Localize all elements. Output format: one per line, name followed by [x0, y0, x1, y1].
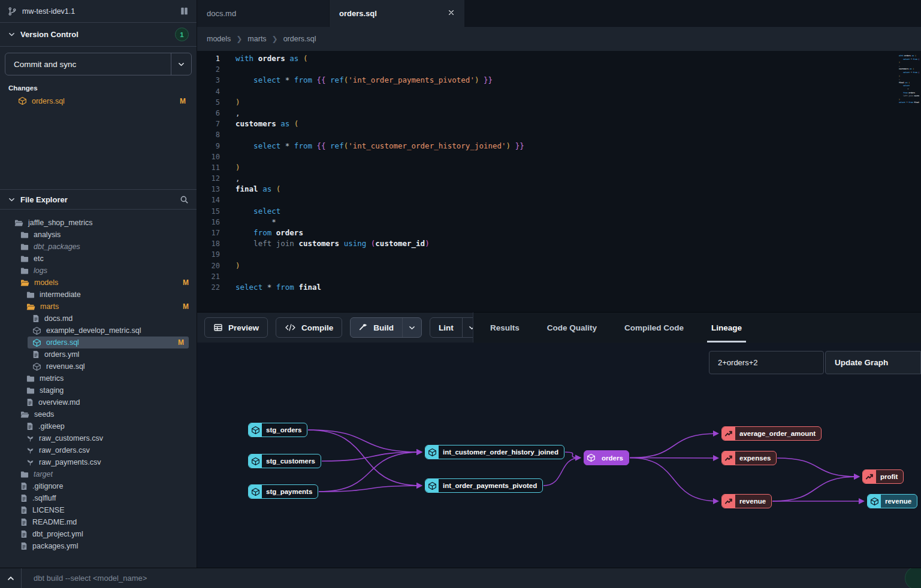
search-icon[interactable] [180, 195, 189, 204]
node-stg-orders[interactable]: stg_orders [248, 423, 307, 437]
hammer-icon [359, 323, 368, 332]
changed-file-row[interactable]: orders.sql M [5, 95, 192, 107]
code-line[interactable]: 12, [197, 174, 921, 184]
tree-item-etc[interactable]: etc [0, 253, 197, 265]
button-main[interactable]: Preview [205, 318, 267, 337]
build-dropdown-button[interactable] [402, 318, 421, 337]
tree-item-raw-customers-csv[interactable]: raw_customers.csv [0, 432, 197, 444]
assistant-button[interactable] [905, 568, 921, 588]
tree-item-logs[interactable]: logs [0, 265, 197, 277]
node-int-order-payments-pivoted[interactable]: int_order_payments_pivoted [425, 478, 543, 493]
minimap[interactable]: with orders as ( select * from {{ ref('i… [899, 54, 919, 105]
node-int-customer-order-history-joined[interactable]: int_customer_order_history_joined [425, 445, 564, 459]
tree-item-raw-payments-csv[interactable]: raw_payments.csv [0, 456, 197, 468]
tree-item-label: orders.yml [44, 350, 79, 359]
code-line[interactable]: 21 [197, 272, 921, 283]
tree-item-sqlfluff[interactable]: .sqlfluff [0, 492, 197, 504]
code-line[interactable]: 9 select * from {{ ref('int_customer_ord… [197, 141, 921, 152]
tree-item-staging[interactable]: staging [0, 384, 197, 396]
node-profit[interactable]: profit [862, 469, 904, 484]
tree-item-jaffle-shop-metrics[interactable]: jaffle_shop_metrics [0, 217, 197, 229]
breadcrumb-item[interactable]: orders.sql [283, 35, 316, 43]
tree-item-intermediate[interactable]: intermediate [0, 289, 197, 301]
line-number: 14 [197, 195, 220, 206]
tree-item-gitkeep[interactable]: .gitkeep [0, 420, 197, 432]
tab-compiled-code[interactable]: Compiled Code [624, 313, 684, 343]
commit-and-sync-button[interactable]: Commit and sync [5, 53, 192, 75]
commit-and-sync-label[interactable]: Commit and sync [5, 53, 171, 75]
tree-item-dbt-project-yml[interactable]: dbt_project.yml [0, 528, 197, 540]
tab-docs-md[interactable]: docs.md [197, 0, 330, 27]
tree-item-metrics[interactable]: metrics [0, 372, 197, 384]
code-line[interactable]: 2 [197, 65, 921, 75]
code-line[interactable]: 13final as ( [197, 184, 921, 195]
code-line[interactable]: 3 select * from {{ ref('int_order_paymen… [197, 75, 921, 86]
code-line[interactable]: 18 left join customers using (customer_i… [197, 239, 921, 250]
code-line[interactable]: 20) [197, 261, 921, 272]
code-line[interactable]: 5) [197, 98, 921, 108]
code-line[interactable]: 11) [197, 163, 921, 174]
file-icon [32, 314, 40, 323]
tab-orders-sql[interactable]: orders.sql [330, 0, 465, 27]
breadcrumb-item[interactable]: marts [247, 35, 266, 43]
code-line[interactable]: 7customers as ( [197, 119, 921, 130]
tree-item-models[interactable]: modelsM [0, 277, 197, 289]
code-line[interactable]: 6, [197, 108, 921, 119]
command-input[interactable]: dbt build --select <model_name> [22, 574, 147, 583]
docs-columns-icon[interactable] [180, 7, 189, 16]
tab-code-quality[interactable]: Code Quality [547, 313, 597, 343]
tree-item-label: analysis [34, 231, 61, 239]
node-expenses[interactable]: expenses [721, 451, 777, 465]
build-button[interactable]: Build [350, 317, 422, 338]
button-main[interactable]: Lint [430, 318, 462, 337]
node-revenue-model[interactable]: revenue [867, 494, 917, 508]
code-line[interactable]: 15 select [197, 207, 921, 217]
breadcrumb-item[interactable]: models [207, 35, 231, 43]
code-line[interactable]: 19 [197, 250, 921, 260]
update-graph-button[interactable]: Update Graph [825, 351, 921, 374]
close-icon[interactable] [448, 9, 455, 18]
code-line[interactable]: 4 [197, 87, 921, 98]
expand-panel-button[interactable] [0, 568, 22, 588]
commit-dropdown-button[interactable] [171, 53, 191, 75]
preview-button[interactable]: Preview [204, 317, 268, 338]
tree-item-seeds[interactable]: seeds [0, 408, 197, 420]
button-main[interactable]: Compile [276, 318, 342, 337]
code-line[interactable]: 10 [197, 152, 921, 163]
code-line[interactable]: 1with orders as ( [197, 54, 921, 65]
tree-item-dbt-packages[interactable]: dbt_packages [0, 241, 197, 253]
tab-lineage[interactable]: Lineage [711, 313, 742, 343]
tree-item-orders-yml[interactable]: orders.yml [0, 348, 197, 360]
tree-item-readme-md[interactable]: README.md [0, 516, 197, 528]
tree-item-revenue-sql[interactable]: revenue.sql [0, 360, 197, 372]
code-line[interactable]: 17 from orders [197, 228, 921, 239]
node-orders[interactable]: orders [584, 450, 629, 465]
tree-item-marts[interactable]: martsM [0, 301, 197, 313]
tree-item-docs-md[interactable]: docs.md [0, 313, 197, 325]
tree-item-target[interactable]: target [0, 468, 197, 480]
tree-item-license[interactable]: LICENSE [0, 504, 197, 516]
node-stg-payments[interactable]: stg_payments [248, 484, 318, 499]
tree-item-example-develop-metric-sql[interactable]: example_develop_metric.sql [0, 325, 197, 337]
file-explorer-header[interactable]: File Explorer [0, 189, 197, 210]
code-line[interactable]: 8 [197, 130, 921, 141]
node-stg-customers[interactable]: stg_customers [248, 454, 321, 468]
node-revenue-metric[interactable]: revenue [721, 494, 772, 508]
lineage-selector-input[interactable] [709, 351, 824, 374]
compile-button[interactable]: Compile [276, 317, 342, 338]
tree-item-raw-orders-csv[interactable]: raw_orders.csv [0, 444, 197, 456]
tree-item-overview-md[interactable]: overview.md [0, 396, 197, 408]
code-line[interactable]: 16 * [197, 217, 921, 228]
tab-results[interactable]: Results [490, 313, 520, 343]
version-control-header[interactable]: Version Control 1 [0, 23, 197, 47]
tree-item-analysis[interactable]: analysis [0, 229, 197, 241]
button-main[interactable]: Build [351, 318, 402, 337]
code-line[interactable]: 22select * from final [197, 283, 921, 293]
line-number: 11 [197, 163, 220, 174]
tree-item-orders-sql[interactable]: orders.sqlM [0, 337, 197, 348]
tree-item-gitignore[interactable]: .gitignore [0, 480, 197, 492]
code-editor[interactable]: 1with orders as (23 select * from {{ ref… [197, 51, 921, 312]
code-line[interactable]: 14 [197, 195, 921, 206]
tree-item-packages-yml[interactable]: packages.yml [0, 540, 197, 552]
node-average-order-amount[interactable]: average_order_amount [721, 426, 822, 441]
